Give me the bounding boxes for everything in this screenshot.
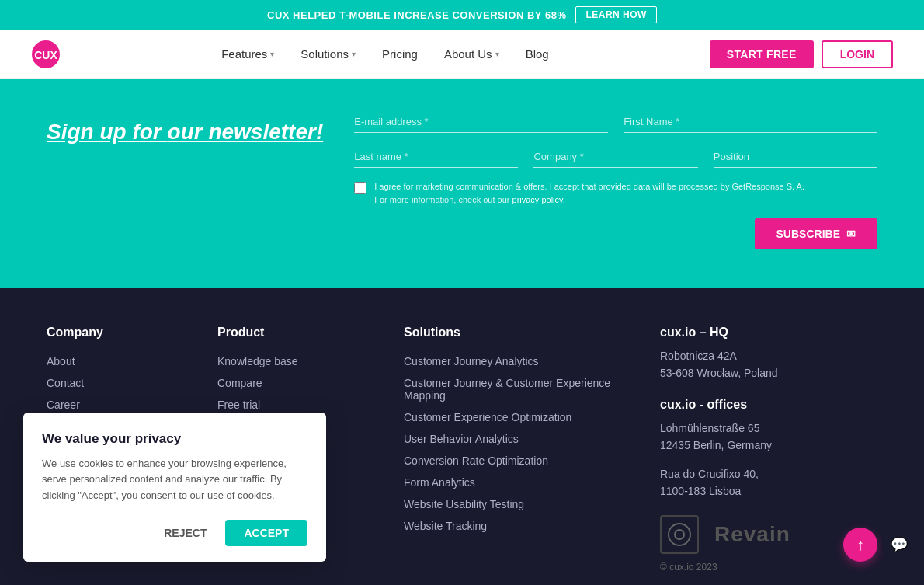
footer-link-free-trial[interactable]: Free trial <box>217 399 373 411</box>
header: CUX Features ▾ Solutions ▾ Pricing About… <box>0 30 924 79</box>
nav-blog[interactable]: Blog <box>515 41 560 67</box>
company-field-wrapper <box>533 145 697 168</box>
announcement-bar: CUX HELPED T-MOBILE INCREASE CONVERSION … <box>0 0 924 30</box>
footer-link-knowledge-base[interactable]: Knowledge base <box>217 355 373 367</box>
first-name-input[interactable] <box>624 110 877 133</box>
svg-point-3 <box>675 530 684 539</box>
chevron-down-icon: ▾ <box>495 50 499 58</box>
nav-solutions[interactable]: Solutions ▾ <box>290 41 366 67</box>
last-name-field-wrapper <box>354 145 518 168</box>
cookie-title: We value your privacy <box>42 431 307 447</box>
chat-icon: 💬 <box>891 536 908 553</box>
chat-widget-button[interactable]: 💬 <box>882 528 916 562</box>
footer-link-cjm[interactable]: Customer Journey & Customer Experience M… <box>404 377 629 402</box>
reject-button[interactable]: REJECT <box>155 520 216 546</box>
hq-address: Robotnicza 42A 53-608 Wrocław, Poland <box>660 347 877 382</box>
newsletter-left: Sign up for our newsletter! <box>47 110 323 146</box>
last-name-input[interactable] <box>354 145 518 168</box>
svg-text:CUX: CUX <box>34 49 57 61</box>
accept-button[interactable]: ACCEPT <box>225 520 307 546</box>
company-input[interactable] <box>533 145 697 168</box>
nav-about-us[interactable]: About Us ▾ <box>433 41 510 67</box>
newsletter-title: Sign up for our newsletter! <box>47 118 323 146</box>
footer-product-title: Product <box>217 326 373 340</box>
chevron-down-icon: ▾ <box>270 50 274 58</box>
cookie-banner: We value your privacy We use cookies to … <box>23 413 326 562</box>
chevron-down-icon: ▾ <box>352 50 356 58</box>
learn-how-link[interactable]: LEARN HOW <box>575 6 657 23</box>
footer-link-contact[interactable]: Contact <box>47 377 186 389</box>
footer-copyright: © cux.io 2023 <box>660 562 877 573</box>
revain-icon <box>660 515 699 554</box>
position-field-wrapper <box>714 145 877 168</box>
newsletter-section: Sign up for our newsletter! <box>0 79 924 288</box>
cookie-actions: REJECT ACCEPT <box>42 520 307 546</box>
send-icon: ✉ <box>846 228 856 240</box>
footer-link-compare[interactable]: Compare <box>217 377 373 389</box>
header-actions: START FREE LOGIN <box>710 40 893 68</box>
footer-link-cro[interactable]: Conversion Rate Optimization <box>404 454 629 467</box>
offices-title: cux.io - offices <box>660 398 877 412</box>
footer-link-cja[interactable]: Customer Journey Analytics <box>404 355 629 367</box>
offices-berlin: Lohmühlenstraße 65 12435 Berlin, Germany <box>660 420 877 454</box>
subscribe-button[interactable]: SUBSCRIBE ✉ <box>755 218 877 249</box>
email-input[interactable] <box>354 110 608 133</box>
nav-pricing[interactable]: Pricing <box>371 41 429 67</box>
footer-link-wt[interactable]: Website Tracking <box>404 520 629 532</box>
logo-icon: CUX <box>31 40 61 69</box>
chevron-up-icon: ↑ <box>856 536 864 554</box>
main-nav: Features ▾ Solutions ▾ Pricing About Us … <box>210 41 560 67</box>
cookie-text: We use cookies to enhance your browsing … <box>42 456 307 504</box>
consent-row: I agree for marketing communication & of… <box>354 180 877 206</box>
footer-company-title: Company <box>47 326 186 340</box>
consent-checkbox[interactable] <box>354 182 366 194</box>
first-name-field-wrapper <box>624 110 877 133</box>
login-button[interactable]: LOGIN <box>822 40 893 68</box>
hq-title: cux.io – HQ <box>660 326 877 340</box>
privacy-policy-link[interactable]: privacy policy. <box>512 195 565 204</box>
footer-link-ceo[interactable]: Customer Experience Optimization <box>404 411 629 423</box>
announcement-text: CUX HELPED T-MOBILE INCREASE CONVERSION … <box>267 9 566 21</box>
nav-features[interactable]: Features ▾ <box>210 41 285 67</box>
email-field-wrapper <box>354 110 608 133</box>
scroll-top-button[interactable]: ↑ <box>843 528 877 562</box>
consent-text: I agree for marketing communication & of… <box>374 180 804 206</box>
footer-solutions-col: Solutions Customer Journey Analytics Cus… <box>404 326 629 573</box>
start-free-button[interactable]: START FREE <box>710 40 814 68</box>
offices-lisbon: Rua do Crucifixo 40, 1100-183 Lisboa <box>660 465 877 500</box>
footer-link-form-analytics[interactable]: Form Analytics <box>404 476 629 489</box>
footer-solutions-title: Solutions <box>404 326 629 340</box>
position-input[interactable] <box>714 145 877 168</box>
footer-link-about[interactable]: About <box>47 355 186 367</box>
footer-link-career[interactable]: Career <box>47 399 186 411</box>
svg-point-2 <box>669 524 690 545</box>
footer-link-wut[interactable]: Website Usability Testing <box>404 498 629 510</box>
logo[interactable]: CUX <box>31 40 61 69</box>
newsletter-form: I agree for marketing communication & of… <box>354 110 877 249</box>
revain-text: Revain <box>714 522 790 547</box>
footer-link-uba[interactable]: User Behavior Analytics <box>404 433 629 445</box>
